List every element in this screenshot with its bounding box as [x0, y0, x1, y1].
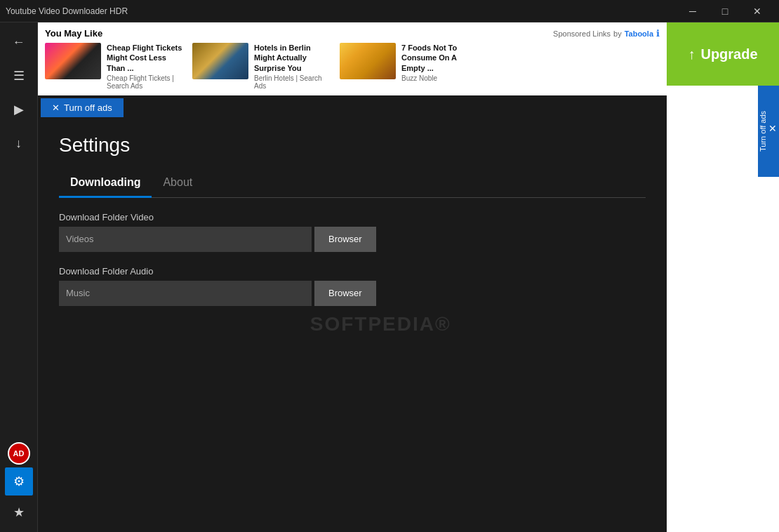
- upgrade-icon: ↑: [688, 46, 695, 62]
- ad-source-3: Buzz Noble: [401, 74, 480, 82]
- ad-source-2: Berlin Hotels | Search Ads: [254, 74, 333, 90]
- right-panel: ↑ Upgrade Turn off ads ✕: [667, 22, 779, 532]
- close-button[interactable]: ✕: [741, 0, 773, 22]
- upgrade-label: Upgrade: [700, 46, 757, 62]
- app-container: ← ☰ ▶ ↓ AD ⚙ ★ You May Like Sponsored Li…: [0, 22, 779, 532]
- maximize-button[interactable]: □: [709, 0, 741, 22]
- title-bar: Youtube Video Downloader HDR ─ □ ✕: [0, 0, 779, 22]
- turn-off-ads-button[interactable]: ✕ Turn off ads: [41, 98, 124, 117]
- sidebar-bottom: AD ⚙ ★: [5, 442, 33, 532]
- ad-thumb-flights: [45, 43, 101, 79]
- ad-item-3[interactable]: 7 Foods Not To Consume On A Empty ... Bu…: [340, 43, 480, 90]
- settings-tabs: Downloading About: [59, 171, 646, 198]
- sidebar: ← ☰ ▶ ↓ AD ⚙ ★: [0, 22, 38, 532]
- ad-item-1[interactable]: Cheap Flight Tickets Might Cost Less Tha…: [45, 43, 185, 90]
- tab-about[interactable]: About: [152, 171, 204, 198]
- you-may-like-label: You May Like: [45, 28, 102, 39]
- ad-items: Cheap Flight Tickets Might Cost Less Tha…: [45, 43, 660, 90]
- download-folder-video-row: Browser: [59, 227, 646, 252]
- download-folder-audio-group: Download Folder Audio Browser: [59, 266, 646, 306]
- upgrade-button[interactable]: ↑ Upgrade: [667, 22, 779, 86]
- ad-item-2[interactable]: Hotels in Berlin Might Actually Surprise…: [192, 43, 333, 90]
- window-controls: ─ □ ✕: [677, 0, 773, 22]
- turn-off-ads-icon: ✕: [52, 102, 60, 113]
- ad-banner: You May Like Sponsored Links by Taboola …: [38, 22, 667, 95]
- download-folder-video-group: Download Folder Video Browser: [59, 212, 646, 252]
- sponsored-label: Sponsored Links by Taboola ℹ: [553, 28, 660, 39]
- taboola-logo: Taboola: [625, 29, 653, 38]
- sidebar-star-button[interactable]: ★: [5, 498, 33, 526]
- settings-title: Settings: [59, 134, 646, 157]
- ad-thumb-food: [340, 43, 396, 79]
- download-button[interactable]: ↓: [0, 126, 38, 160]
- ad-thumb-hotels: [192, 43, 248, 79]
- minimize-button[interactable]: ─: [677, 0, 709, 22]
- download-folder-audio-row: Browser: [59, 281, 646, 306]
- ad-title-1: Cheap Flight Tickets Might Cost Less Tha…: [107, 43, 185, 73]
- browse-audio-button[interactable]: Browser: [314, 281, 376, 306]
- turn-off-ads-side-label: Turn off ads: [759, 111, 767, 152]
- ad-source-1: Cheap Flight Tickets | Search Ads: [107, 74, 185, 90]
- ad-banner-header: You May Like Sponsored Links by Taboola …: [45, 28, 660, 39]
- tab-downloading[interactable]: Downloading: [59, 171, 152, 198]
- play-button[interactable]: ▶: [0, 93, 38, 126]
- back-button[interactable]: ←: [0, 25, 38, 59]
- sidebar-settings-button[interactable]: ⚙: [5, 467, 33, 496]
- turn-off-ads-side-close-icon: ✕: [767, 123, 778, 134]
- download-folder-video-label: Download Folder Video: [59, 212, 646, 222]
- ad-title-3: 7 Foods Not To Consume On A Empty ...: [401, 43, 480, 73]
- turn-off-ads-label: Turn off ads: [64, 102, 112, 113]
- download-folder-video-input[interactable]: [59, 227, 312, 252]
- download-folder-audio-input[interactable]: [59, 281, 312, 306]
- download-folder-audio-label: Download Folder Audio: [59, 266, 646, 277]
- browse-video-button[interactable]: Browser: [314, 227, 376, 252]
- app-title: Youtube Video Downloader HDR: [6, 6, 128, 16]
- menu-button[interactable]: ☰: [0, 59, 38, 93]
- settings-area: Settings Downloading About Download Fold…: [38, 120, 667, 532]
- taboola-icon: ℹ: [656, 28, 660, 39]
- ad-icon[interactable]: AD: [8, 442, 30, 465]
- turn-off-ads-bar: ✕ Turn off ads: [38, 95, 667, 120]
- ad-title-2: Hotels in Berlin Might Actually Surprise…: [254, 43, 333, 73]
- turn-off-ads-side-button[interactable]: Turn off ads ✕: [758, 86, 779, 177]
- main-content: You May Like Sponsored Links by Taboola …: [38, 22, 667, 532]
